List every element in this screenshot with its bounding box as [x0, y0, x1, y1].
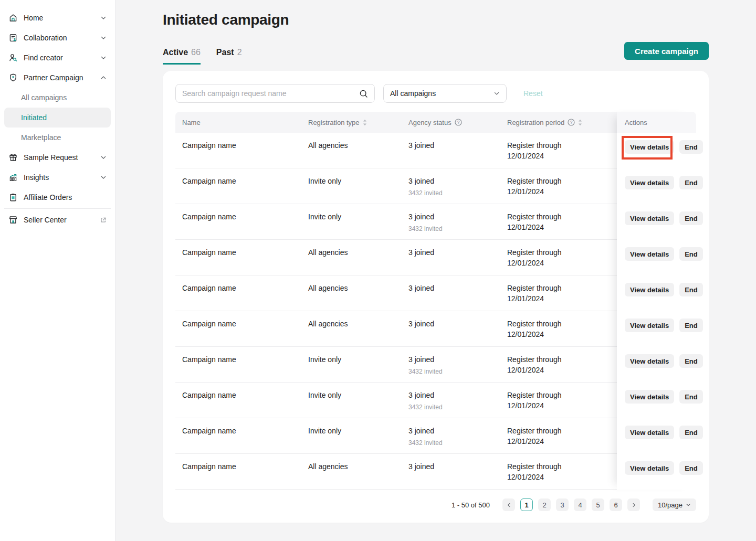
view-details-button[interactable]: View details — [625, 247, 674, 261]
campaign-table: Name Registration type Agency status ? R… — [175, 112, 696, 490]
sidebar-item-find-creator[interactable]: Find creator — [0, 48, 115, 68]
chevron-up-icon — [100, 75, 107, 81]
end-button[interactable]: End — [679, 211, 703, 225]
period-line-2: 12/01/2024 — [507, 329, 612, 340]
view-details-button[interactable]: View details — [625, 390, 674, 404]
end-button[interactable]: End — [679, 426, 703, 439]
end-button[interactable]: End — [679, 390, 703, 404]
chevron-down-icon — [100, 15, 107, 21]
invited-count: 3432 invited — [408, 224, 495, 234]
sidebar-item-label: Affiliate Orders — [24, 193, 107, 201]
table-row: Campaign name All agencies 3 joined Regi… — [175, 311, 617, 347]
cell-agency-status: 3 joined — [402, 275, 500, 311]
sidebar-item-insights[interactable]: Insights — [0, 167, 115, 187]
end-button[interactable]: End — [679, 461, 703, 475]
chevron-down-icon — [494, 90, 500, 97]
column-header-registration-type[interactable]: Registration type — [301, 112, 402, 133]
cell-campaign-name: Campaign name — [175, 454, 301, 489]
partner-campaign-icon — [8, 73, 18, 82]
cell-registration-period: Register through 12/01/2024 — [500, 168, 617, 204]
svg-text:?: ? — [570, 120, 573, 125]
joined-count: 3 joined — [408, 461, 495, 472]
view-details-button[interactable]: View details — [625, 319, 674, 332]
sidebar-item-label: Home — [24, 14, 94, 22]
view-details-button[interactable]: View details — [625, 426, 674, 439]
end-button[interactable]: End — [679, 354, 703, 368]
period-line-2: 12/01/2024 — [507, 436, 612, 447]
sidebar-item-seller-center[interactable]: Seller Center — [0, 210, 115, 230]
view-details-button[interactable]: View details — [625, 354, 674, 368]
storefront-icon — [8, 215, 18, 225]
cell-agency-status: 3 joined 3432 invited — [402, 204, 500, 239]
pagination-range: 1 - 50 of 500 — [452, 501, 490, 509]
view-details-button[interactable]: View details — [625, 283, 674, 296]
view-details-button[interactable]: View details — [625, 211, 674, 225]
clipboard-icon — [8, 193, 18, 202]
page-buttons: 123456 — [520, 498, 622, 511]
sidebar-item-partner-campaign[interactable]: Partner Campaign — [0, 68, 115, 88]
end-button[interactable]: End — [679, 176, 703, 189]
view-details-button[interactable]: View details — [625, 140, 674, 154]
page-size-select[interactable]: 10/page — [653, 498, 696, 511]
actions-row: View details End — [617, 275, 696, 311]
sidebar-item-sample-request[interactable]: Sample Request — [0, 147, 115, 167]
pagination-page-button[interactable]: 5 — [592, 498, 604, 511]
table-row: Campaign name All agencies 3 joined Regi… — [175, 454, 617, 490]
sidebar-item-home[interactable]: Home — [0, 8, 115, 28]
sort-icon[interactable] — [578, 119, 582, 126]
sidebar-subitem-marketplace[interactable]: Marketplace — [4, 128, 111, 147]
end-button[interactable]: End — [679, 319, 703, 332]
column-header-name: Name — [175, 112, 301, 133]
pagination-page-button[interactable]: 6 — [610, 498, 622, 511]
view-details-button[interactable]: View details — [625, 176, 674, 189]
column-header-agency-status: Agency status ? — [402, 112, 500, 133]
sidebar-subitem-all-campaigns[interactable]: All campaigns — [4, 88, 111, 108]
end-button[interactable]: End — [679, 140, 703, 154]
create-campaign-button[interactable]: Create campaign — [624, 42, 709, 60]
cell-registration-period: Register through 12/01/2024 — [500, 347, 617, 382]
end-button[interactable]: End — [679, 247, 703, 261]
invited-count: 3432 invited — [408, 188, 495, 198]
pagination-page-button[interactable]: 1 — [520, 498, 533, 511]
help-icon[interactable]: ? — [568, 119, 575, 126]
cell-agency-status: 3 joined 3432 invited — [402, 418, 500, 453]
pagination-page-button[interactable]: 2 — [538, 498, 551, 511]
cell-campaign-name: Campaign name — [175, 204, 301, 239]
reset-button[interactable]: Reset — [523, 89, 543, 98]
tab-past[interactable]: Past 2 — [216, 48, 242, 65]
cell-registration-type: All agencies — [301, 240, 402, 275]
sidebar-item-collaboration[interactable]: Collaboration — [0, 28, 115, 48]
cell-agency-status: 3 joined — [402, 311, 500, 346]
sidebar-subitem-initiated[interactable]: Initiated — [4, 108, 111, 128]
table-row: Campaign name Invite only 3 joined 3432 … — [175, 204, 617, 240]
joined-count: 3 joined — [408, 390, 495, 400]
chevron-down-icon — [686, 502, 691, 507]
search-icon[interactable] — [359, 89, 368, 98]
view-details-button[interactable]: View details — [625, 461, 674, 475]
cell-registration-period: Register through 12/01/2024 — [500, 204, 617, 239]
sort-icon[interactable] — [363, 119, 367, 126]
campaign-filter-select[interactable]: All campaigns — [383, 84, 507, 103]
period-line-1: Register through — [507, 247, 612, 258]
pagination-page-button[interactable]: 3 — [556, 498, 569, 511]
invited-count: 3432 invited — [408, 402, 495, 412]
pagination-next-button[interactable] — [627, 498, 640, 511]
joined-count: 3 joined — [408, 176, 495, 186]
cell-campaign-name: Campaign name — [175, 133, 301, 168]
collaboration-icon — [8, 33, 18, 43]
pagination-page-button[interactable]: 4 — [574, 498, 586, 511]
search-input[interactable] — [182, 89, 359, 98]
sidebar-item-label: Collaboration — [24, 34, 94, 42]
actions-row: View details End — [617, 311, 696, 347]
cell-campaign-name: Campaign name — [175, 275, 301, 311]
joined-count: 3 joined — [408, 319, 495, 329]
end-button[interactable]: End — [679, 283, 703, 296]
svg-text:?: ? — [457, 120, 459, 125]
pagination-prev-button[interactable] — [502, 498, 515, 511]
help-icon[interactable]: ? — [455, 119, 462, 126]
column-header-registration-period[interactable]: Registration period ? — [500, 112, 617, 133]
cell-registration-period: Register through 12/01/2024 — [500, 383, 617, 418]
search-box — [175, 84, 375, 103]
tab-active[interactable]: Active 66 — [163, 48, 201, 65]
sidebar-item-affiliate-orders[interactable]: Affiliate Orders — [0, 187, 115, 207]
